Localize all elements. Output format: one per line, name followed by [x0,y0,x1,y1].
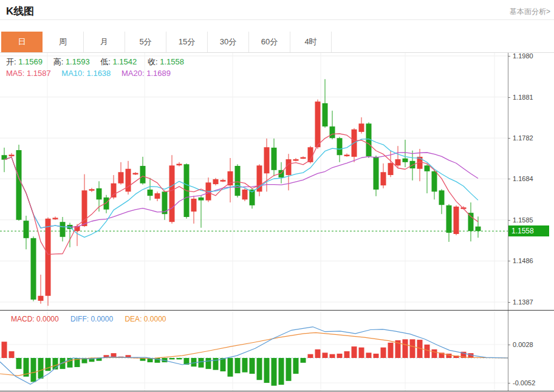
ma10-value: 1.1638 [87,69,111,78]
price-tick-label: 1.1585 [508,216,533,224]
ohlc-readout: 开: 1.1569 高: 1.1593 低: 1.1542 收: 1.1558 … [6,56,184,79]
macd-tick-label: -0.0052 [508,379,535,387]
tab-15分[interactable]: 15分 [166,32,208,52]
high-value: 1.1593 [66,57,90,66]
ma10-label: MA10: [61,69,84,78]
open-value: 1.1569 [18,57,43,66]
page-title: K线图 [6,4,34,18]
bottom-border [0,391,554,391]
price-tick-label: 1.1782 [508,134,533,142]
close-label: 收: [148,57,158,66]
tab-4时[interactable]: 4时 [290,32,332,52]
macd-tick-label: 0.0028 [508,340,533,349]
ma5-label: MA5: [6,69,24,78]
low-label: 低: [100,57,111,66]
ma20-value: 1.1689 [146,69,171,78]
tab-60分[interactable]: 60分 [249,32,290,52]
tab-30分[interactable]: 30分 [208,32,249,52]
ma20-label: MA20: [121,69,145,78]
price-tick-label: 1.1387 [508,298,533,306]
low-value: 1.1542 [113,57,137,66]
open-label: 开: [6,57,16,66]
tab-日[interactable]: 日 [1,32,43,52]
price-tick-label: 1.1486 [508,256,533,265]
macd-value: 0.0000 [36,315,59,323]
close-value: 1.1558 [160,57,184,66]
diff-value: 0.0000 [91,315,113,323]
current-price-badge: 1.1558 [508,225,549,236]
dea-value: 0.0000 [144,315,166,323]
kline-page: K线图 基本面分析> 日周月5分15分30分60分4时 开: 1.1569 高:… [0,0,554,392]
macd-readout: MACD: 0.0000 DIFF: 0.0000 DEA: 0.0000 [11,315,166,323]
high-label: 高: [53,57,64,66]
price-tick-label: 1.1684 [508,174,533,183]
macd-label: MACD: [11,315,35,323]
ma5-value: 1.1587 [27,69,51,78]
ma-row: MA5: 1.1587 MA10: 1.1638 MA20: 1.1689 [6,67,184,79]
tab-5分[interactable]: 5分 [125,32,166,52]
price-tick-label: 1.1881 [508,93,533,101]
tab-周[interactable]: 周 [43,32,84,52]
header-divider [0,19,554,20]
ohlc-row: 开: 1.1569 高: 1.1593 低: 1.1542 收: 1.1558 [6,56,184,67]
tab-月[interactable]: 月 [84,32,125,52]
panel-separator [0,310,554,311]
dea-label: DEA: [125,315,142,323]
candlestick-chart[interactable] [0,53,508,310]
price-tick-label: 1.1980 [508,52,533,60]
price-axis: 1.1558 1.19801.18811.17821.16841.15851.1… [508,0,554,392]
diff-label: DIFF: [70,315,89,323]
timeframe-tab-bar: 日周月5分15分30分60分4时 [1,32,332,52]
